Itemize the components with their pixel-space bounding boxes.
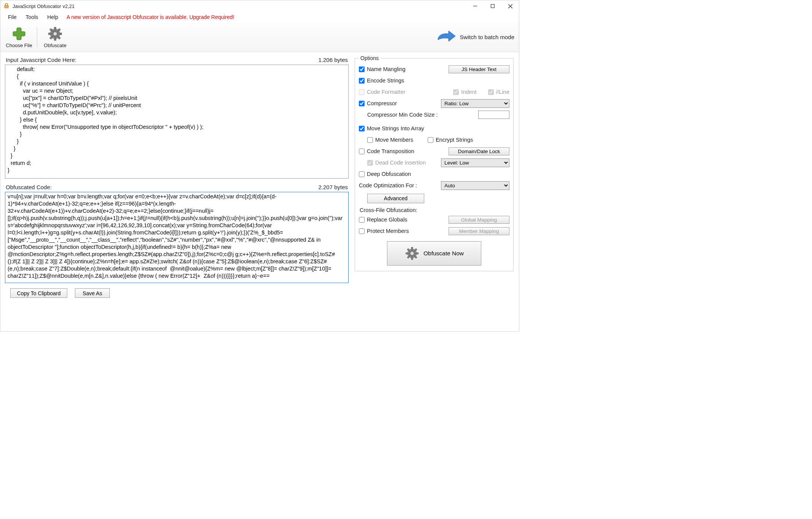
compressor-ratio-select[interactable]: Ratio: Low [441,99,509,108]
code-transposition-label: Code Transposition [367,148,414,154]
deep-obfuscation-label: Deep Obfuscation [367,171,411,177]
menu-tools[interactable]: Tools [21,13,43,22]
close-button[interactable] [501,0,519,12]
compressor-label: Compressor [367,100,397,106]
encode-strings-checkbox[interactable] [359,78,365,84]
global-mapping-button: Global Mapping [449,216,509,224]
line-checkbox [488,89,494,95]
output-code[interactable] [5,192,349,283]
gear-icon [404,246,420,261]
svg-point-14 [53,32,57,36]
comp-min-input[interactable] [478,111,509,119]
indent-label: Indent [461,89,476,95]
protect-members-checkbox[interactable] [359,228,365,234]
code-formatter-checkbox [359,89,365,95]
encode-strings-label: Encode Strings [367,78,404,84]
switch-batch-button[interactable]: Switch to batch mode [436,30,514,44]
dead-code-label: Dead Code Insertion [375,160,426,166]
code-opt-label: Code Optimization For : [359,182,417,188]
input-code[interactable] [5,65,349,179]
encrypt-strings-label: Encrypt Strings [436,137,473,143]
indent-checkbox [453,89,459,95]
compressor-checkbox[interactable] [359,101,365,106]
level-select[interactable]: Level: Low [441,158,509,167]
upgrade-message[interactable]: A new version of Javascript Obfuscator i… [63,14,234,20]
obfuscate-now-button[interactable]: Obfuscate Now [387,241,481,266]
code-transposition-checkbox[interactable] [359,149,365,154]
input-label: Input Javascript Code Here: [6,57,76,63]
arrow-icon [436,30,457,44]
obfuscate-label: Obfuscate [44,43,66,48]
name-mangling-checkbox[interactable] [359,66,365,72]
deep-obfuscation-checkbox[interactable] [359,171,365,177]
options-legend: Options [359,55,380,61]
replace-globals-label: Replace Globals [367,217,407,223]
gear-icon [47,26,63,42]
save-as-button[interactable]: Save As [75,288,110,298]
line-label: //Line [496,89,509,95]
output-bytes: 2.207 bytes [318,184,348,190]
code-opt-select[interactable]: Auto [441,181,509,190]
protect-members-label: Protect Members [367,228,409,234]
domain-date-button[interactable]: Domain/Date Lock [449,147,509,155]
copy-clipboard-button[interactable]: Copy To Clipboard [10,288,67,298]
move-members-checkbox[interactable] [367,137,373,143]
member-mapping-button: Member Mapping [449,227,509,235]
svg-rect-0 [5,5,8,8]
switch-batch-label: Switch to batch mode [460,34,514,40]
choose-file-label: Choose File [6,43,32,48]
maximize-button[interactable] [484,0,501,12]
move-strings-checkbox[interactable] [359,126,365,131]
window-title: JavaScript Obfuscator v2,21 [10,3,75,9]
cross-file-label: Cross-File Obfuscation: [359,204,509,214]
encrypt-strings-checkbox[interactable] [428,137,433,143]
toolbar-separator [37,27,37,47]
code-formatter-label: Code Formatter [367,89,406,95]
advanced-button[interactable]: Advanced [367,194,424,203]
replace-globals-checkbox[interactable] [359,217,365,223]
output-label: Obfuscated Code: [6,184,52,190]
input-bytes: 1.206 bytes [318,57,348,63]
move-members-label: Move Members [375,137,413,143]
svg-point-20 [410,252,414,255]
comp-min-label: Compressor Min Code Size : [367,112,438,118]
svg-rect-2 [491,5,495,8]
move-strings-label: Move Strings Into Array [367,125,424,131]
plus-icon [11,26,27,42]
js-header-button[interactable]: JS Header Text [449,65,509,73]
name-mangling-label: Name Mangling [367,66,406,72]
app-icon [3,3,10,10]
choose-file-button[interactable]: Choose File [5,24,33,51]
obfuscate-now-label: Obfuscate Now [423,250,464,257]
svg-rect-8 [17,28,21,39]
menu-help[interactable]: Help [43,13,63,22]
minimize-button[interactable] [466,0,484,12]
dead-code-checkbox [367,160,373,166]
menu-file[interactable]: File [3,13,21,22]
obfuscate-button[interactable]: Obfuscate [41,24,69,51]
